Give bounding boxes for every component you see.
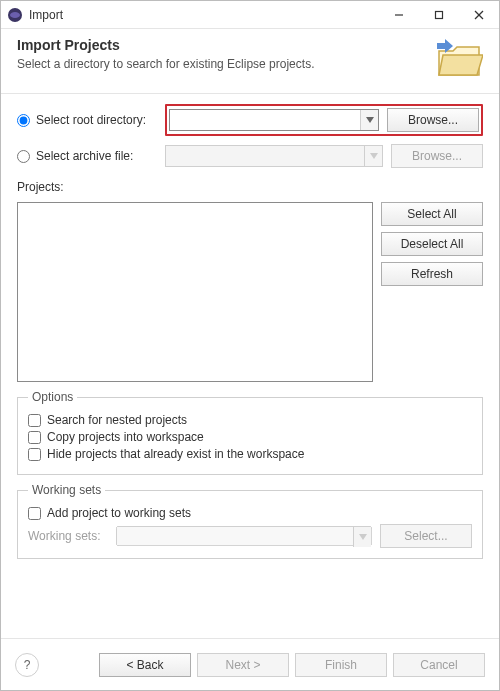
highlight-box: Browse...	[165, 104, 483, 136]
finish-button: Finish	[295, 653, 387, 677]
working-sets-legend: Working sets	[28, 483, 105, 497]
archive-file-radio[interactable]	[17, 150, 30, 163]
add-working-sets-option[interactable]: Add project to working sets	[28, 506, 472, 520]
projects-label: Projects:	[17, 180, 483, 194]
svg-marker-10	[359, 534, 367, 540]
window-title: Import	[29, 8, 379, 22]
deselect-all-button[interactable]: Deselect All	[381, 232, 483, 256]
wizard-banner: Import Projects Select a directory to se…	[1, 29, 499, 94]
back-button[interactable]: < Back	[99, 653, 191, 677]
hide-existing-label: Hide projects that already exist in the …	[47, 447, 304, 461]
root-directory-radio[interactable]	[17, 114, 30, 127]
next-button: Next >	[197, 653, 289, 677]
nested-projects-checkbox[interactable]	[28, 414, 41, 427]
page-description: Select a directory to search for existin…	[17, 57, 435, 71]
copy-workspace-option[interactable]: Copy projects into workspace	[28, 430, 472, 444]
svg-marker-7	[439, 55, 483, 75]
add-working-sets-label: Add project to working sets	[47, 506, 191, 520]
working-sets-field-label: Working sets:	[28, 529, 108, 543]
archive-file-input	[165, 145, 383, 167]
help-button[interactable]: ?	[15, 653, 39, 677]
select-working-sets-button: Select...	[380, 524, 472, 548]
minimize-button[interactable]	[379, 1, 419, 29]
wizard-button-bar: ? < Back Next > Finish Cancel	[1, 638, 499, 690]
chevron-down-icon	[364, 146, 382, 166]
options-legend: Options	[28, 390, 77, 404]
refresh-button[interactable]: Refresh	[381, 262, 483, 286]
root-directory-label: Select root directory:	[36, 113, 146, 127]
cancel-button: Cancel	[393, 653, 485, 677]
add-working-sets-checkbox[interactable]	[28, 507, 41, 520]
options-group: Options Search for nested projects Copy …	[17, 390, 483, 475]
chevron-down-icon[interactable]	[360, 110, 378, 130]
root-directory-row: Select root directory: Browse...	[17, 104, 483, 136]
svg-marker-9	[370, 153, 378, 159]
select-all-button[interactable]: Select All	[381, 202, 483, 226]
eclipse-icon	[7, 7, 23, 23]
maximize-button[interactable]	[419, 1, 459, 29]
nested-projects-option[interactable]: Search for nested projects	[28, 413, 472, 427]
folder-import-icon	[435, 37, 483, 81]
page-title: Import Projects	[17, 37, 435, 53]
archive-file-radio-label[interactable]: Select archive file:	[17, 149, 157, 163]
copy-workspace-checkbox[interactable]	[28, 431, 41, 444]
working-sets-group: Working sets Add project to working sets…	[17, 483, 483, 559]
browse-archive-button: Browse...	[391, 144, 483, 168]
import-dialog: Import Import Projects Select a director…	[0, 0, 500, 691]
svg-marker-8	[366, 117, 374, 123]
copy-workspace-label: Copy projects into workspace	[47, 430, 204, 444]
working-sets-combo	[116, 526, 372, 546]
browse-root-button[interactable]: Browse...	[387, 108, 479, 132]
hide-existing-option[interactable]: Hide projects that already exist in the …	[28, 447, 472, 461]
root-directory-input[interactable]	[169, 109, 379, 131]
hide-existing-checkbox[interactable]	[28, 448, 41, 461]
projects-list[interactable]	[17, 202, 373, 382]
svg-rect-3	[436, 11, 443, 18]
close-button[interactable]	[459, 1, 499, 29]
root-directory-radio-label[interactable]: Select root directory:	[17, 113, 157, 127]
svg-point-1	[10, 12, 20, 18]
titlebar: Import	[1, 1, 499, 29]
chevron-down-icon	[353, 527, 371, 547]
archive-file-row: Select archive file: Browse...	[17, 144, 483, 168]
archive-file-label: Select archive file:	[36, 149, 133, 163]
nested-projects-label: Search for nested projects	[47, 413, 187, 427]
